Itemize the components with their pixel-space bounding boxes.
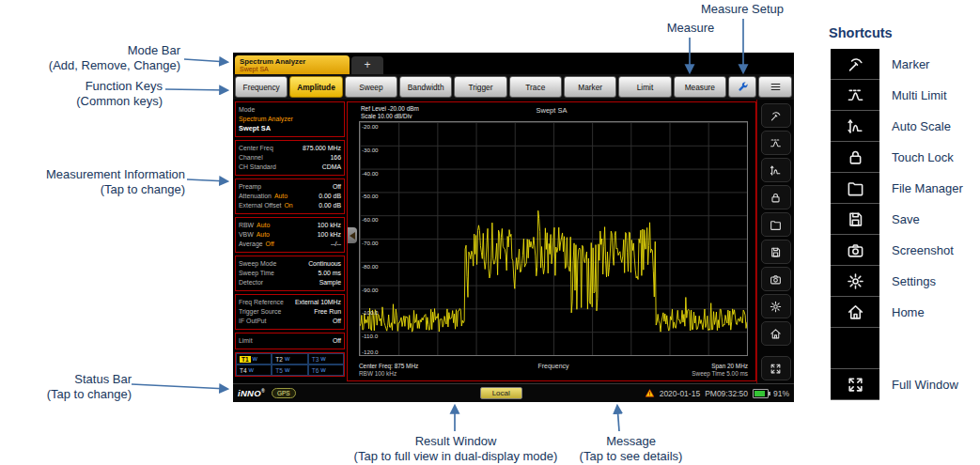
y-axis-label: -80.00 bbox=[362, 263, 379, 270]
shortcut-full-window-button[interactable] bbox=[761, 356, 791, 380]
mode-tab-subtitle: Swept SA bbox=[240, 66, 345, 73]
file-manager-icon bbox=[770, 219, 782, 231]
legend-save bbox=[831, 204, 879, 235]
legend-auto-scale bbox=[831, 111, 879, 142]
ref-level-label: Ref Level -20.00 dBm Scale 10.00 dB/Div bbox=[361, 105, 419, 120]
function-keys-group: FrequencyAmplitudeSweepBandwidthTriggerT… bbox=[235, 76, 726, 98]
gps-badge: GPS bbox=[272, 388, 296, 398]
spectrum-analyzer-screenshot: Spectrum Analyzer Swept SA + FrequencyAm… bbox=[233, 53, 794, 402]
mode-tab[interactable]: Spectrum Analyzer Swept SA bbox=[235, 55, 350, 74]
callout-measure: Measure bbox=[657, 21, 724, 36]
legend-settings-label: Settings bbox=[892, 274, 936, 288]
trace-t4[interactable]: T4W bbox=[236, 364, 272, 376]
function-keys-bar: FrequencyAmplitudeSweepBandwidthTriggerT… bbox=[233, 74, 794, 100]
result-window[interactable]: Ref Level -20.00 dBm Scale 10.00 dB/Div … bbox=[347, 101, 756, 381]
legend-file-manager-label: File Manager bbox=[892, 181, 963, 195]
full-window-icon bbox=[770, 363, 782, 375]
legend-file-manager bbox=[831, 173, 879, 204]
info-box-4[interactable]: Sweep ModeContinuousSweep Time5.00 msDet… bbox=[235, 256, 345, 291]
main-area: ModeSpectrum AnalyzerSwept SACenter Freq… bbox=[233, 100, 794, 383]
wrench-icon bbox=[737, 81, 749, 93]
save-icon bbox=[770, 246, 782, 258]
callout-status-bar: Status Bar(Tap to change) bbox=[5, 372, 132, 401]
home-icon bbox=[770, 328, 782, 340]
multi-limit-icon bbox=[770, 137, 782, 149]
shortcut-marker-button[interactable] bbox=[761, 103, 791, 128]
multi-limit-icon bbox=[847, 86, 864, 104]
function-key-limit[interactable]: Limit bbox=[618, 76, 671, 98]
battery-icon bbox=[753, 389, 769, 398]
home-icon bbox=[847, 303, 864, 321]
shortcut-multi-limit-button[interactable] bbox=[761, 131, 791, 155]
marker-icon bbox=[847, 55, 864, 73]
info-box-6[interactable]: LimitOff bbox=[235, 333, 345, 349]
shortcut-strip bbox=[756, 100, 794, 383]
callout-message: Message(Tap to see details) bbox=[558, 434, 704, 463]
trace-t1[interactable]: T1W bbox=[236, 353, 272, 364]
shortcut-file-manager-button[interactable] bbox=[761, 212, 791, 237]
shortcuts-title: Shortcuts bbox=[829, 25, 893, 40]
info-box-1[interactable]: Center Freq875.000 MHzChannel166CH Stand… bbox=[235, 140, 345, 176]
function-key-trigger[interactable]: Trigger bbox=[454, 76, 506, 98]
shortcut-auto-scale-button[interactable] bbox=[761, 158, 791, 182]
info-box-0[interactable]: ModeSpectrum AnalyzerSwept SA bbox=[235, 101, 345, 137]
y-axis-label: -20.00 bbox=[362, 123, 379, 130]
touch-lock-icon bbox=[847, 148, 864, 166]
legend-spacer bbox=[831, 328, 879, 369]
panel-collapse-handle[interactable] bbox=[348, 227, 357, 243]
shortcut-save-button[interactable] bbox=[761, 240, 791, 264]
function-key-measure[interactable]: Measure bbox=[674, 76, 726, 98]
legend-full-window-label: Full Window bbox=[892, 378, 958, 392]
trace-table[interactable]: T1WT2WT3WT4WT5WT6W bbox=[235, 352, 345, 377]
callout-mode-bar: Mode Bar(Add, Remove, Change) bbox=[0, 43, 180, 72]
legend-touch-lock-label: Touch Lock bbox=[892, 150, 954, 164]
info-box-2[interactable]: PreampOffAttenuationAuto0.00 dBExternal … bbox=[235, 178, 345, 214]
function-key-marker[interactable]: Marker bbox=[564, 76, 616, 98]
measurement-info-panel: ModeSpectrum AnalyzerSwept SACenter Freq… bbox=[233, 100, 347, 383]
measure-setup-button[interactable] bbox=[728, 76, 756, 98]
shortcut-screenshot-button[interactable] bbox=[761, 267, 791, 291]
x-axis-label: Frequency bbox=[537, 363, 568, 378]
shortcut-settings-button[interactable] bbox=[761, 294, 791, 318]
trace-t3[interactable]: T3W bbox=[308, 353, 344, 364]
message-icon[interactable] bbox=[645, 388, 655, 398]
trace-t2[interactable]: T2W bbox=[272, 353, 307, 364]
menu-button[interactable] bbox=[758, 76, 792, 98]
local-remote-button[interactable]: Local bbox=[480, 387, 522, 399]
legend-home bbox=[831, 297, 879, 328]
graph-plot: -20.00-30.00-40.00-50.00-60.00-70.00-80.… bbox=[359, 121, 748, 356]
status-bar[interactable]: iNNO® GPS Local 2020-01-15 PM09:32:50 91… bbox=[233, 383, 794, 402]
auto-scale-icon bbox=[847, 117, 864, 135]
callout-result-window: Result Window(Tap to full view in dual-d… bbox=[334, 434, 578, 463]
function-key-trace[interactable]: Trace bbox=[509, 76, 562, 98]
legend-settings bbox=[831, 266, 879, 297]
trace-t5[interactable]: T5W bbox=[272, 364, 307, 376]
legend-screenshot bbox=[831, 235, 879, 266]
shortcut-home-button[interactable] bbox=[761, 321, 791, 346]
function-key-sweep[interactable]: Sweep bbox=[345, 76, 397, 98]
y-axis-labels: -20.00-30.00-40.00-50.00-60.00-70.00-80.… bbox=[360, 122, 747, 355]
function-key-amplitude[interactable]: Amplitude bbox=[289, 76, 342, 98]
legend-auto-scale-label: Auto Scale bbox=[892, 119, 951, 133]
status-right-group: 2020-01-15 PM09:32:50 91% bbox=[645, 388, 789, 398]
legend-marker-label: Marker bbox=[892, 57, 929, 71]
y-axis-label: -100.0 bbox=[362, 309, 379, 316]
legend-touch-lock bbox=[831, 142, 879, 173]
file-manager-icon bbox=[847, 179, 864, 197]
y-axis-label: -70.00 bbox=[362, 240, 379, 246]
info-box-5[interactable]: Freq ReferenceExternal 10MHzTrigger Sour… bbox=[235, 294, 345, 330]
y-axis-label: -120.0 bbox=[362, 349, 379, 355]
y-axis-label: -30.00 bbox=[362, 147, 379, 153]
save-icon bbox=[847, 210, 864, 228]
shortcut-touch-lock-button[interactable] bbox=[761, 185, 791, 209]
info-box-3[interactable]: RBWAuto100 kHzVBWAuto100 kHzAverageOff--… bbox=[235, 217, 345, 253]
function-key-frequency[interactable]: Frequency bbox=[235, 76, 288, 98]
legend-multi-limit-label: Multi Limit bbox=[892, 88, 947, 102]
marker-icon bbox=[770, 110, 782, 122]
trace-t6[interactable]: T6W bbox=[308, 364, 344, 376]
function-key-bandwidth[interactable]: Bandwidth bbox=[399, 76, 452, 98]
add-mode-tab-button[interactable]: + bbox=[351, 56, 383, 74]
y-axis-label: -110.0 bbox=[362, 333, 378, 339]
menu-icon bbox=[770, 81, 782, 93]
y-axis-label: -50.00 bbox=[362, 193, 379, 199]
